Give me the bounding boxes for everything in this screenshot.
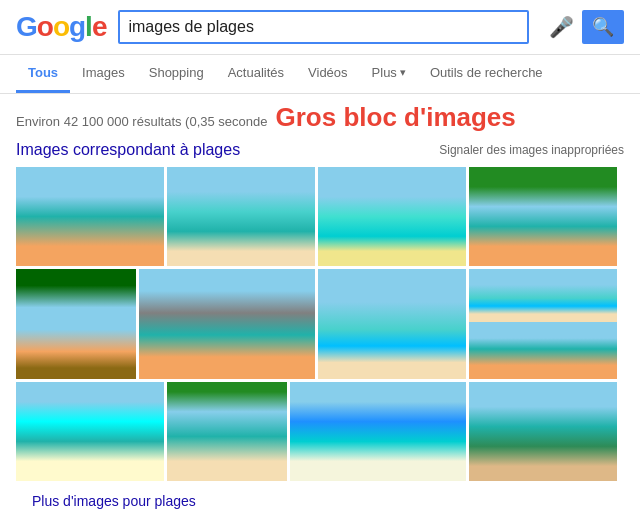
nav-label-actualites: Actualités — [228, 65, 284, 80]
beach-image-4[interactable] — [469, 167, 617, 266]
google-logo: Google — [16, 11, 106, 43]
nav-label-shopping: Shopping — [149, 65, 204, 80]
nav-label-plus: Plus — [372, 65, 397, 80]
nav-item-plus[interactable]: Plus ▾ — [360, 55, 418, 93]
images-section: Images correspondant à plages Signaler d… — [0, 141, 640, 521]
image-row-1 — [16, 167, 624, 266]
nav-item-images[interactable]: Images — [70, 55, 137, 93]
beach-image-5[interactable] — [16, 269, 136, 379]
images-section-title[interactable]: Images correspondant à plages — [16, 141, 240, 159]
nav-label-outils: Outils de recherche — [430, 65, 543, 80]
nav-item-outils[interactable]: Outils de recherche — [418, 55, 555, 93]
nav-label-images: Images — [82, 65, 125, 80]
search-input[interactable] — [128, 18, 519, 36]
beach-image-8[interactable] — [469, 269, 617, 379]
search-icon: 🔍 — [592, 17, 614, 37]
highlight-text: Gros bloc d'images — [276, 102, 516, 133]
search-button[interactable]: 🔍 — [582, 10, 624, 44]
nav-item-shopping[interactable]: Shopping — [137, 55, 216, 93]
beach-image-2[interactable] — [167, 167, 315, 266]
beach-image-11[interactable] — [290, 382, 466, 481]
beach-image-7[interactable] — [318, 269, 466, 379]
nav-item-tous[interactable]: Tous — [16, 55, 70, 93]
mic-icon: 🎤 — [549, 16, 574, 38]
more-images-link[interactable]: Plus d'images pour plages — [16, 481, 624, 521]
beach-image-3[interactable] — [318, 167, 466, 266]
image-row-2 — [16, 269, 624, 379]
results-info: Environ 42 100 000 résultats (0,35 secon… — [0, 94, 640, 141]
image-row-3 — [16, 382, 624, 481]
beach-image-1[interactable] — [16, 167, 164, 266]
header: Google 🎤 🔍 — [0, 0, 640, 55]
mic-button[interactable]: 🎤 — [549, 15, 574, 39]
nav-item-actualites[interactable]: Actualités — [216, 55, 296, 93]
report-link[interactable]: Signaler des images inappropriées — [439, 143, 624, 157]
beach-image-10[interactable] — [167, 382, 287, 481]
image-grid — [16, 167, 624, 481]
images-header: Images correspondant à plages Signaler d… — [16, 141, 624, 159]
beach-image-9[interactable] — [16, 382, 164, 481]
search-nav: Tous Images Shopping Actualités Vidéos P… — [0, 55, 640, 94]
beach-image-6[interactable] — [139, 269, 315, 379]
beach-image-12[interactable] — [469, 382, 617, 481]
nav-label-tous: Tous — [28, 65, 58, 80]
search-actions: 🎤 🔍 — [549, 10, 624, 44]
results-count: Environ 42 100 000 résultats (0,35 secon… — [16, 114, 268, 129]
search-box — [118, 10, 529, 44]
nav-item-videos[interactable]: Vidéos — [296, 55, 360, 93]
chevron-down-icon: ▾ — [400, 66, 406, 79]
nav-label-videos: Vidéos — [308, 65, 348, 80]
